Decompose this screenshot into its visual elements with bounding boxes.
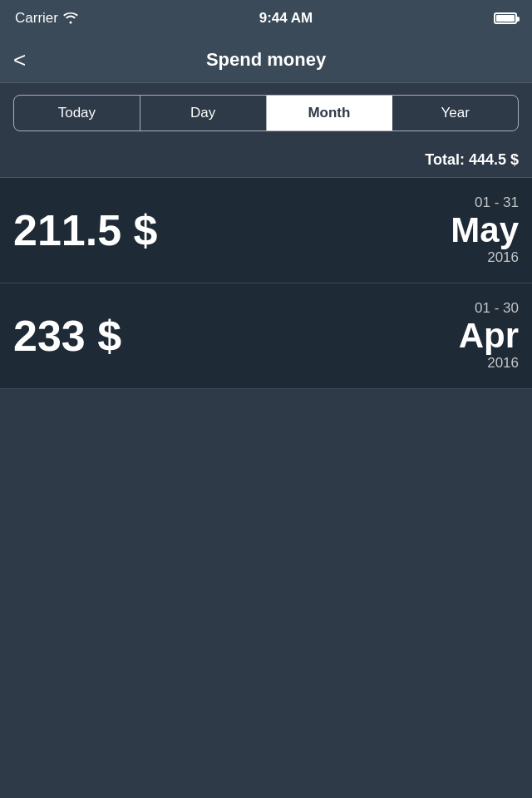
month-may: May: [451, 213, 519, 248]
tab-today[interactable]: Today: [14, 96, 140, 131]
wifi-icon: [63, 12, 78, 24]
back-button[interactable]: <: [13, 49, 26, 71]
nav-bar: < Spend money: [0, 37, 532, 83]
carrier-label: Carrier: [15, 10, 58, 27]
spend-amount-may: 211.5 $: [13, 209, 158, 252]
spend-item-apr[interactable]: 233 $ 01 - 30 Apr 2016: [0, 283, 532, 389]
spend-date-info-apr: 01 - 30 Apr 2016: [459, 300, 519, 372]
total-bar: Total: 444.5 $: [0, 143, 532, 178]
status-bar: Carrier 9:44 AM: [0, 0, 532, 37]
month-apr: Apr: [459, 318, 519, 353]
carrier-wifi: Carrier: [15, 10, 78, 27]
date-range-may: 01 - 31: [475, 195, 519, 211]
year-apr: 2016: [487, 355, 519, 372]
empty-screen-area: [0, 389, 532, 688]
battery-icon: [494, 12, 517, 24]
tab-year[interactable]: Year: [392, 96, 518, 131]
year-may: 2016: [487, 249, 519, 266]
spend-date-info-may: 01 - 31 May 2016: [451, 195, 519, 266]
page-title: Spend money: [206, 49, 326, 71]
tab-month[interactable]: Month: [267, 96, 393, 131]
total-label: Total: 444.5 $: [425, 151, 519, 168]
tab-day[interactable]: Day: [140, 96, 267, 131]
segment-control: Today Day Month Year: [13, 95, 519, 131]
spend-item-may[interactable]: 211.5 $ 01 - 31 May 2016: [0, 178, 532, 283]
time-label: 9:44 AM: [259, 10, 313, 27]
battery-indicator: [494, 12, 517, 24]
date-range-apr: 01 - 30: [475, 300, 519, 317]
spend-list: 211.5 $ 01 - 31 May 2016 233 $ 01 - 30 A…: [0, 178, 532, 389]
spend-amount-apr: 233 $: [13, 314, 121, 357]
